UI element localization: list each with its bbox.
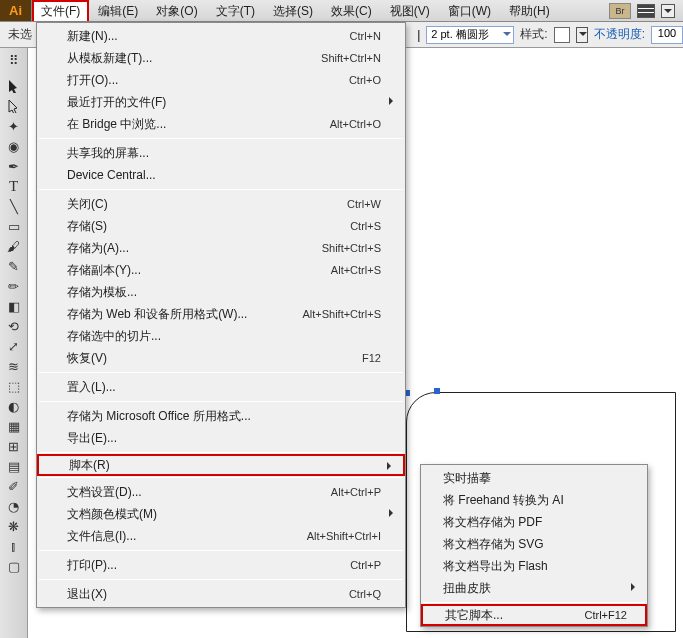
selection-tool-icon[interactable] xyxy=(2,76,26,96)
menu-对象[interactable]: 对象(O) xyxy=(147,0,206,21)
column-graph-tool-icon[interactable]: ⫿ xyxy=(2,536,26,556)
menu-编辑[interactable]: 编辑(E) xyxy=(89,0,147,21)
blob-brush-tool-icon[interactable]: ✏ xyxy=(2,276,26,296)
perspective-tool-icon[interactable]: ▦ xyxy=(2,416,26,436)
menu-separator xyxy=(39,189,403,190)
menu-item-shortcut: Ctrl+O xyxy=(349,74,381,86)
menu-文件[interactable]: 文件(F) xyxy=(32,0,89,21)
selection-status: 未选 xyxy=(8,26,32,43)
menu-item[interactable]: 存储为 Web 和设备所用格式(W)...Alt+Shift+Ctrl+S xyxy=(37,303,405,325)
menu-item[interactable]: 共享我的屏幕... xyxy=(37,142,405,164)
menu-item-shortcut: Ctrl+P xyxy=(350,559,381,571)
style-swatch[interactable] xyxy=(554,27,570,43)
menu-item[interactable]: 在 Bridge 中浏览...Alt+Ctrl+O xyxy=(37,113,405,135)
submenu-item[interactable]: 其它脚本...Ctrl+F12 xyxy=(421,604,647,626)
lasso-tool-icon[interactable]: ◉ xyxy=(2,136,26,156)
menu-item-label: 存储(S) xyxy=(67,218,350,235)
blend-tool-icon[interactable]: ◔ xyxy=(2,496,26,516)
menu-item[interactable]: 关闭(C)Ctrl+W xyxy=(37,193,405,215)
menu-item[interactable]: 存储为 Microsoft Office 所用格式... xyxy=(37,405,405,427)
scale-tool-icon[interactable]: ⤢ xyxy=(2,336,26,356)
menu-item[interactable]: 文件信息(I)...Alt+Shift+Ctrl+I xyxy=(37,525,405,547)
menu-选择[interactable]: 选择(S) xyxy=(264,0,322,21)
menu-item-shortcut: Ctrl+S xyxy=(350,220,381,232)
menu-item-label: 在 Bridge 中浏览... xyxy=(67,116,330,133)
menu-item-label: 置入(L)... xyxy=(67,379,381,396)
eyedropper-tool-icon[interactable]: ✐ xyxy=(2,476,26,496)
menu-item[interactable]: 打开(O)...Ctrl+O xyxy=(37,69,405,91)
menu-item-label: 存储为模板... xyxy=(67,284,381,301)
menu-item[interactable]: 脚本(R) xyxy=(37,454,405,476)
width-tool-icon[interactable]: ≋ xyxy=(2,356,26,376)
menu-效果[interactable]: 效果(C) xyxy=(322,0,381,21)
magic-wand-tool-icon[interactable]: ✦ xyxy=(2,116,26,136)
opacity-input[interactable]: 100 xyxy=(651,26,683,44)
menu-item[interactable]: 打印(P)...Ctrl+P xyxy=(37,554,405,576)
submenu-item[interactable]: 将 Freehand 转换为 AI xyxy=(421,489,647,511)
workspace-dropdown-icon[interactable] xyxy=(661,4,675,18)
submenu-item[interactable]: 将文档存储为 SVG xyxy=(421,533,647,555)
submenu-item[interactable]: 扭曲皮肤 xyxy=(421,577,647,599)
menu-item[interactable]: 最近打开的文件(F) xyxy=(37,91,405,113)
submenu-item-label: 将文档导出为 Flash xyxy=(443,558,629,575)
pencil-tool-icon[interactable]: ✎ xyxy=(2,256,26,276)
menu-文字[interactable]: 文字(T) xyxy=(207,0,264,21)
submenu-item[interactable]: 将文档存储为 PDF xyxy=(421,511,647,533)
menu-item[interactable]: 存储选中的切片... xyxy=(37,325,405,347)
rectangle-tool-icon[interactable]: ▭ xyxy=(2,216,26,236)
free-transform-tool-icon[interactable]: ⬚ xyxy=(2,376,26,396)
style-dropdown-icon[interactable] xyxy=(576,27,588,43)
anchor-handle[interactable] xyxy=(434,388,440,394)
pen-tool-icon[interactable]: ✒ xyxy=(2,156,26,176)
opacity-label[interactable]: 不透明度: xyxy=(594,26,645,43)
menu-item[interactable]: 从模板新建(T)...Shift+Ctrl+N xyxy=(37,47,405,69)
submenu-item-label: 将文档存储为 PDF xyxy=(443,514,629,531)
gradient-tool-icon[interactable]: ▤ xyxy=(2,456,26,476)
menu-item-label: 脚本(R) xyxy=(69,457,379,474)
shape-builder-tool-icon[interactable]: ◐ xyxy=(2,396,26,416)
bridge-button[interactable]: Br xyxy=(609,3,631,19)
stroke-profile-combo[interactable]: 2 pt. 椭圆形 xyxy=(426,26,514,44)
artboard-tool-icon[interactable]: ▢ xyxy=(2,556,26,576)
menu-item[interactable]: 文档设置(D)...Alt+Ctrl+P xyxy=(37,481,405,503)
rotate-tool-icon[interactable]: ⟲ xyxy=(2,316,26,336)
menu-帮助[interactable]: 帮助(H) xyxy=(500,0,559,21)
grab-icon[interactable]: ⠿ xyxy=(2,50,26,70)
menu-item[interactable]: Device Central... xyxy=(37,164,405,186)
submenu-item[interactable]: 将文档导出为 Flash xyxy=(421,555,647,577)
menu-item[interactable]: 导出(E)... xyxy=(37,427,405,449)
menu-item[interactable]: 恢复(V)F12 xyxy=(37,347,405,369)
direct-selection-tool-icon[interactable] xyxy=(2,96,26,116)
eraser-tool-icon[interactable]: ◧ xyxy=(2,296,26,316)
menu-窗口[interactable]: 窗口(W) xyxy=(439,0,500,21)
menu-item-label: 文档设置(D)... xyxy=(67,484,331,501)
type-tool-icon[interactable]: T xyxy=(2,176,26,196)
mesh-tool-icon[interactable]: ⊞ xyxy=(2,436,26,456)
menu-item-shortcut: Alt+Shift+Ctrl+S xyxy=(302,308,381,320)
menu-item[interactable]: 退出(X)Ctrl+Q xyxy=(37,583,405,605)
line-tool-icon[interactable]: ╲ xyxy=(2,196,26,216)
layout-grid-icon[interactable] xyxy=(637,4,655,18)
tool-panel: ⠿ ✦ ◉ ✒ T ╲ ▭ 🖌 ✎ ✏ ◧ ⟲ ⤢ ≋ ⬚ ◐ ▦ ⊞ ▤ ✐ … xyxy=(0,48,28,638)
menu-item[interactable]: 置入(L)... xyxy=(37,376,405,398)
submenu-item-label: 将文档存储为 SVG xyxy=(443,536,629,553)
menu-item[interactable]: 文档颜色模式(M) xyxy=(37,503,405,525)
menu-item[interactable]: 存储副本(Y)...Alt+Ctrl+S xyxy=(37,259,405,281)
submenu-item[interactable]: 实时描摹 xyxy=(421,467,647,489)
menu-item[interactable]: 存储(S)Ctrl+S xyxy=(37,215,405,237)
menu-item-label: 退出(X) xyxy=(67,586,349,603)
menu-item[interactable]: 新建(N)...Ctrl+N xyxy=(37,25,405,47)
menu-item-label: 打印(P)... xyxy=(67,557,350,574)
menu-item[interactable]: 存储为(A)...Shift+Ctrl+S xyxy=(37,237,405,259)
menu-separator xyxy=(423,602,645,603)
style-label: 样式: xyxy=(520,26,547,43)
menu-item-label: 共享我的屏幕... xyxy=(67,145,381,162)
paintbrush-tool-icon[interactable]: 🖌 xyxy=(2,236,26,256)
submenu-arrow-icon xyxy=(389,97,397,105)
menu-视图[interactable]: 视图(V) xyxy=(381,0,439,21)
symbol-sprayer-tool-icon[interactable]: ❋ xyxy=(2,516,26,536)
menu-item[interactable]: 存储为模板... xyxy=(37,281,405,303)
file-menu-dropdown: 新建(N)...Ctrl+N从模板新建(T)...Shift+Ctrl+N打开(… xyxy=(36,22,406,608)
menu-item-shortcut: Alt+Shift+Ctrl+I xyxy=(307,530,381,542)
menu-item-shortcut: Ctrl+W xyxy=(347,198,381,210)
